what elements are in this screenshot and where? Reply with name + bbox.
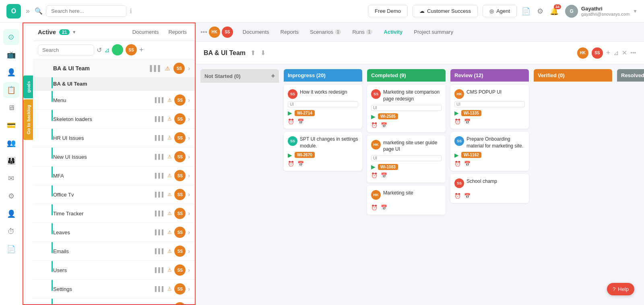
- card-calendar-icon[interactable]: 📅: [381, 172, 387, 178]
- item-chevron[interactable]: ›: [188, 154, 190, 160]
- card-clock-icon[interactable]: ⏰: [454, 193, 461, 199]
- item-chevron[interactable]: ›: [188, 191, 190, 198]
- sidebar-item-family[interactable]: 👨‍👩‍👧: [3, 153, 19, 169]
- sidebar-item-home[interactable]: ⊙: [3, 29, 19, 45]
- download-icon[interactable]: ⬇: [260, 49, 266, 57]
- sidebar-item-screen[interactable]: 🖥: [3, 100, 19, 116]
- active-dropdown[interactable]: ▾: [73, 29, 76, 35]
- card-play-button[interactable]: ▶: [454, 152, 459, 158]
- card-calendar-icon[interactable]: 📅: [464, 161, 471, 167]
- kanban-card[interactable]: SSHow it works redesignUI▶WI-2714⏰📅: [284, 85, 362, 129]
- upload-icon[interactable]: ⬆: [250, 49, 256, 57]
- item-chevron[interactable]: ›: [188, 210, 190, 217]
- card-calendar-icon[interactable]: 📅: [381, 122, 387, 128]
- list-item[interactable]: Leaves▌▌▌⚠SS›: [33, 223, 195, 242]
- tab-scenarios[interactable]: Scenarios 1: [305, 27, 346, 37]
- sidebar-item-file[interactable]: 📄: [3, 241, 19, 257]
- kanban-card[interactable]: HKCMS POPUP UIUI▶WI-1335⏰📅: [450, 85, 529, 129]
- user-profile[interactable]: G Gayathri gayathri@snovasys.com ▼: [565, 5, 638, 18]
- tab-documents[interactable]: Documents: [238, 27, 274, 37]
- sidebar-item-cards[interactable]: 💳: [3, 117, 19, 133]
- card-clock-icon[interactable]: ⏰: [371, 172, 378, 178]
- global-search-input[interactable]: [46, 5, 126, 17]
- tab-activity[interactable]: Activity: [379, 27, 407, 37]
- expand-chevron[interactable]: ›: [188, 65, 190, 72]
- notifications-button[interactable]: 🔔 34: [550, 7, 559, 16]
- item-chevron[interactable]: ›: [188, 267, 190, 273]
- kanban-card[interactable]: HKMarketing site⏰📅: [367, 186, 446, 215]
- card-calendar-icon[interactable]: 📅: [297, 161, 304, 167]
- card-clock-icon[interactable]: ⏰: [371, 205, 378, 211]
- goals-tab[interactable]: goals: [23, 76, 33, 98]
- list-item[interactable]: Emails▌▌▌⚠SS›: [33, 242, 195, 261]
- tab-reports[interactable]: Reports: [276, 27, 304, 37]
- item-chevron[interactable]: ›: [188, 97, 190, 103]
- item-chevron[interactable]: ›: [188, 135, 190, 141]
- settings-icon[interactable]: ⚙: [537, 7, 543, 16]
- card-clock-icon[interactable]: ⏰: [371, 122, 378, 128]
- customer-success-button[interactable]: ☁ Customer Success: [413, 5, 478, 17]
- card-clock-icon[interactable]: ⏰: [288, 161, 294, 167]
- kanban-filter-icon[interactable]: ⊿: [613, 49, 619, 57]
- card-clock-icon[interactable]: ⏰: [454, 161, 461, 167]
- list-item[interactable]: Users▌▌▌⚠SS›: [33, 261, 195, 280]
- sidebar-item-profile[interactable]: 👤: [3, 206, 19, 222]
- list-item[interactable]: Menu▌▌▌⚠SS›: [33, 91, 195, 110]
- sidebar-item-settings[interactable]: ⚙: [3, 188, 19, 204]
- sidebar-item-timer[interactable]: ⏱: [3, 223, 19, 239]
- tab-more-icon[interactable]: •••: [200, 29, 207, 36]
- card-calendar-icon[interactable]: 📅: [464, 193, 471, 199]
- card-play-button[interactable]: ▶: [371, 113, 376, 120]
- kanban-card[interactable]: SSPrepare Onboarding material for market…: [450, 132, 529, 171]
- document-icon[interactable]: 📄: [522, 7, 530, 16]
- column-add-button[interactable]: +: [271, 72, 275, 80]
- kanban-card[interactable]: SSSPT UI changes in settings module.▶WI-…: [284, 132, 362, 171]
- list-item[interactable]: Time Tracker▌▌▌⚠SS›: [33, 204, 195, 223]
- list-item[interactable]: New UI Issues▌▌▌⚠SS›: [33, 147, 195, 166]
- sidebar-item-tasks[interactable]: 📋: [3, 82, 19, 98]
- list-item[interactable]: Office Tv▌▌▌⚠SS›: [33, 185, 195, 204]
- add-member-icon[interactable]: +: [139, 46, 144, 54]
- card-play-button[interactable]: ▶: [371, 164, 376, 170]
- kanban-card[interactable]: SSSchool champ⏰📅: [450, 174, 529, 203]
- card-play-button[interactable]: ▶: [454, 110, 459, 116]
- item-chevron[interactable]: ›: [188, 229, 190, 235]
- help-button[interactable]: ? Help: [607, 283, 634, 295]
- sidebar-item-team[interactable]: 👥: [3, 135, 19, 151]
- free-demo-button[interactable]: Free Demo: [368, 5, 408, 17]
- kanban-card[interactable]: HKmarketing site user guide page UIUI▶WI…: [367, 135, 446, 183]
- sidebar-item-mail[interactable]: ✉: [3, 170, 19, 186]
- list-item[interactable]: Skeleton loaders▌▌▌⚠SS›: [33, 110, 195, 129]
- backlog-tab[interactable]: Go to backlog: [23, 99, 33, 140]
- list-item[interactable]: MFA▌▌▌⚠SS›: [33, 166, 195, 185]
- kanban-close-filter[interactable]: ✕: [622, 49, 627, 57]
- sidebar-item-users[interactable]: 👤: [3, 64, 19, 80]
- list-item[interactable]: BA & UI Team: [33, 77, 195, 91]
- kanban-add-member[interactable]: +: [606, 49, 611, 57]
- card-play-button[interactable]: ▶: [288, 110, 292, 116]
- tab-runs[interactable]: Runs 1: [347, 27, 377, 37]
- card-calendar-icon[interactable]: 📅: [381, 205, 387, 211]
- agent-button[interactable]: ◎ Agent: [483, 5, 517, 17]
- card-clock-icon[interactable]: ⏰: [288, 119, 294, 125]
- kanban-card[interactable]: SSMarketing site comparison page redesig…: [367, 85, 446, 132]
- kanban-more-icon[interactable]: •••: [630, 50, 636, 56]
- user-dropdown-chevron[interactable]: ▼: [633, 8, 638, 14]
- list-search-input[interactable]: [38, 45, 94, 55]
- card-calendar-icon[interactable]: 📅: [464, 119, 471, 125]
- item-chevron[interactable]: ›: [188, 286, 190, 292]
- card-play-button[interactable]: ▶: [288, 152, 292, 158]
- card-calendar-icon[interactable]: 📅: [297, 119, 304, 125]
- filter-icon[interactable]: ⊿: [104, 46, 109, 54]
- item-chevron[interactable]: ›: [188, 248, 190, 254]
- reports-tab[interactable]: Reports: [165, 27, 190, 37]
- card-clock-icon[interactable]: ⏰: [454, 119, 461, 125]
- list-item[interactable]: HR UI Issues▌▌▌⚠SS›: [33, 129, 195, 147]
- sidebar-item-tv[interactable]: 📺: [3, 47, 19, 63]
- item-chevron[interactable]: ›: [188, 116, 190, 122]
- documents-tab[interactable]: Documents: [129, 27, 162, 37]
- more-nav-icon[interactable]: »: [26, 7, 30, 15]
- item-chevron[interactable]: ›: [188, 172, 190, 179]
- refresh-icon[interactable]: ↺: [97, 46, 102, 54]
- tab-project-summary[interactable]: Project summary: [409, 27, 458, 37]
